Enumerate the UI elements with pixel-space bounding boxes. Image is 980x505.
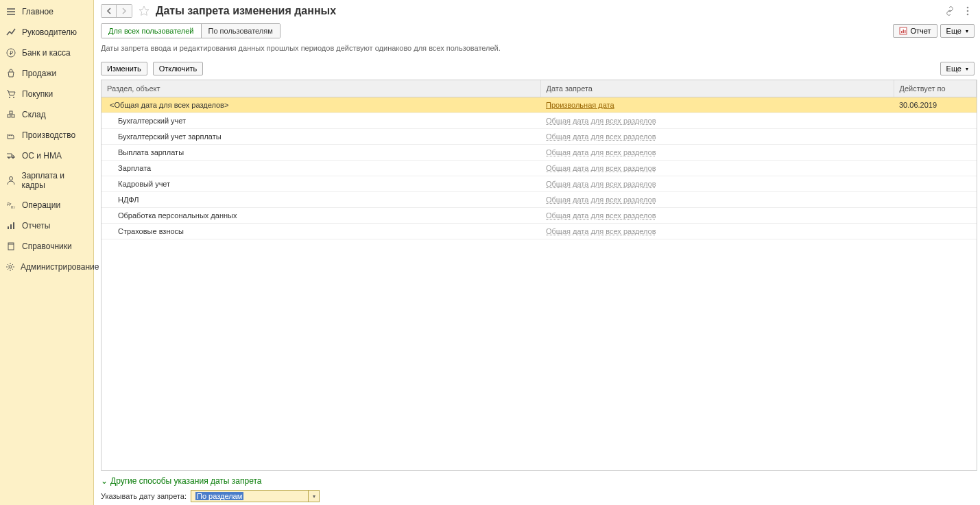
- arrow-right-icon: [121, 8, 128, 14]
- svg-rect-12: [8, 226, 9, 229]
- sidebar-item-5[interactable]: Склад: [0, 104, 93, 125]
- page-title: Даты запрета изменения данных: [156, 5, 336, 17]
- report-button[interactable]: Отчет: [893, 24, 937, 38]
- cell-section: Бухгалтерский учет: [101, 113, 540, 129]
- column-header-section[interactable]: Раздел, объект: [101, 80, 540, 97]
- svg-text:₽: ₽: [10, 50, 13, 56]
- sidebar-item-6[interactable]: Производство: [0, 125, 93, 145]
- sidebar-item-9[interactable]: ДтКтОперации: [0, 195, 93, 215]
- sidebar-item-label: Администрирование: [21, 262, 99, 272]
- cell-section: Обработка персональных данных: [101, 208, 540, 224]
- sidebar-item-10[interactable]: Отчеты: [0, 215, 93, 236]
- svg-point-2: [9, 97, 10, 98]
- svg-point-16: [9, 266, 12, 268]
- report-button-label: Отчет: [910, 27, 931, 35]
- date-link[interactable]: Общая дата для всех разделов: [546, 164, 656, 172]
- menu-icon: [5, 6, 16, 17]
- favorite-button[interactable]: [138, 5, 150, 17]
- cell-date: Произвольная дата: [540, 97, 894, 113]
- svg-point-9: [9, 177, 12, 180]
- svg-rect-6: [10, 111, 12, 114]
- table-container[interactable]: Раздел, объект Дата запрета Действует по…: [101, 80, 977, 471]
- more-button-top[interactable]: Еще: [940, 24, 975, 38]
- date-link[interactable]: Общая дата для всех разделов: [546, 196, 656, 204]
- nav-buttons: [101, 4, 132, 18]
- cell-section: Страховые взносы: [101, 224, 540, 239]
- chevron-down-icon[interactable]: ▾: [308, 491, 319, 502]
- cell-valid: [894, 224, 977, 239]
- cell-section: Зарплата: [101, 161, 540, 176]
- svg-rect-5: [12, 115, 14, 117]
- sidebar-item-2[interactable]: ₽Банк и касса: [0, 43, 93, 63]
- date-mode-select[interactable]: По разделам ▾: [191, 490, 320, 502]
- book-icon: [5, 241, 16, 252]
- date-link[interactable]: Общая дата для всех разделов: [546, 211, 656, 220]
- more-button-toolbar[interactable]: Еще: [940, 62, 975, 75]
- date-link[interactable]: Произвольная дата: [546, 101, 614, 109]
- cell-valid: 30.06.2019: [894, 97, 977, 113]
- sidebar-item-label: Покупки: [22, 89, 53, 99]
- collapse-toggle[interactable]: Другие способы указания даты запрета: [101, 476, 975, 486]
- description-text: Даты запрета ввода и редактирования данн…: [101, 41, 980, 59]
- sidebar-item-label: Операции: [22, 200, 60, 210]
- cell-section: НДФЛ: [101, 192, 540, 208]
- date-link[interactable]: Общая дата для всех разделов: [546, 117, 656, 125]
- link-button[interactable]: [943, 4, 957, 18]
- edit-button[interactable]: Изменить: [101, 62, 147, 75]
- date-link[interactable]: Общая дата для всех разделов: [546, 180, 656, 188]
- table-row[interactable]: Выплата зарплатыОбщая дата для всех разд…: [101, 145, 977, 161]
- table-row[interactable]: Страховые взносыОбщая дата для всех разд…: [101, 224, 977, 239]
- forward-button[interactable]: [117, 5, 132, 17]
- svg-rect-23: [905, 30, 906, 33]
- disable-button-label: Отключить: [159, 64, 198, 73]
- tab-1[interactable]: По пользователям: [202, 24, 280, 38]
- table-row[interactable]: НДФЛОбщая дата для всех разделов: [101, 192, 977, 208]
- table-row[interactable]: Кадровый учетОбщая дата для всех раздело…: [101, 176, 977, 192]
- disable-button[interactable]: Отключить: [153, 62, 204, 75]
- table-row[interactable]: Обработка персональных данныхОбщая дата …: [101, 208, 977, 224]
- sidebar-item-7[interactable]: ОС и НМА: [0, 145, 93, 166]
- svg-point-18: [967, 10, 969, 12]
- back-button[interactable]: [101, 5, 117, 17]
- more-menu-button[interactable]: [961, 4, 975, 18]
- sidebar-item-8[interactable]: Зарплата и кадры: [0, 166, 93, 195]
- ops-icon: ДтКт: [5, 200, 16, 211]
- collapse-title-label: Другие способы указания даты запрета: [110, 476, 261, 486]
- column-header-date[interactable]: Дата запрета: [540, 80, 894, 97]
- table-row[interactable]: ЗарплатаОбщая дата для всех разделов: [101, 161, 977, 176]
- tab-0[interactable]: Для всех пользователей: [101, 24, 202, 38]
- sidebar-item-0[interactable]: Главное: [0, 1, 93, 22]
- select-value: По разделам: [191, 491, 308, 502]
- cell-valid: [894, 208, 977, 224]
- sidebar-item-4[interactable]: Покупки: [0, 84, 93, 104]
- footer-label: Указывать дату запрета:: [101, 492, 187, 500]
- cell-date: Общая дата для всех разделов: [540, 129, 894, 145]
- table-row[interactable]: Бухгалтерский учетОбщая дата для всех ра…: [101, 113, 977, 129]
- table-row[interactable]: <Общая дата для всех разделов>Произвольн…: [101, 97, 977, 113]
- link-icon: [945, 6, 955, 16]
- sidebar-item-label: Руководителю: [22, 27, 77, 37]
- more-button-top-label: Еще: [946, 27, 961, 35]
- cell-date: Общая дата для всех разделов: [540, 145, 894, 161]
- sidebar-item-1[interactable]: Руководителю: [0, 22, 93, 43]
- boxes-icon: [5, 109, 16, 120]
- date-link[interactable]: Общая дата для всех разделов: [546, 148, 656, 156]
- sidebar-item-label: Главное: [22, 7, 53, 16]
- cell-date: Общая дата для всех разделов: [540, 176, 894, 192]
- cell-section: Выплата зарплаты: [101, 145, 540, 161]
- date-link[interactable]: Общая дата для всех разделов: [546, 132, 656, 141]
- factory-icon: [5, 130, 16, 141]
- sidebar-item-label: ОС и НМА: [22, 151, 62, 161]
- sidebar-item-12[interactable]: Администрирование: [0, 257, 93, 277]
- date-link[interactable]: Общая дата для всех разделов: [546, 227, 656, 235]
- sidebar-item-3[interactable]: Продажи: [0, 63, 93, 84]
- cell-valid: [894, 113, 977, 129]
- cell-date: Общая дата для всех разделов: [540, 192, 894, 208]
- table-row[interactable]: Бухгалтерский учет зарплатыОбщая дата дл…: [101, 129, 977, 145]
- sidebar-item-11[interactable]: Справочники: [0, 236, 93, 257]
- trend-icon: [5, 27, 16, 38]
- tabs-row: Для всех пользователейПо пользователям О…: [101, 22, 980, 41]
- column-header-valid[interactable]: Действует по: [894, 80, 977, 97]
- data-table: Раздел, объект Дата запрета Действует по…: [101, 80, 977, 239]
- svg-point-7: [8, 157, 10, 158]
